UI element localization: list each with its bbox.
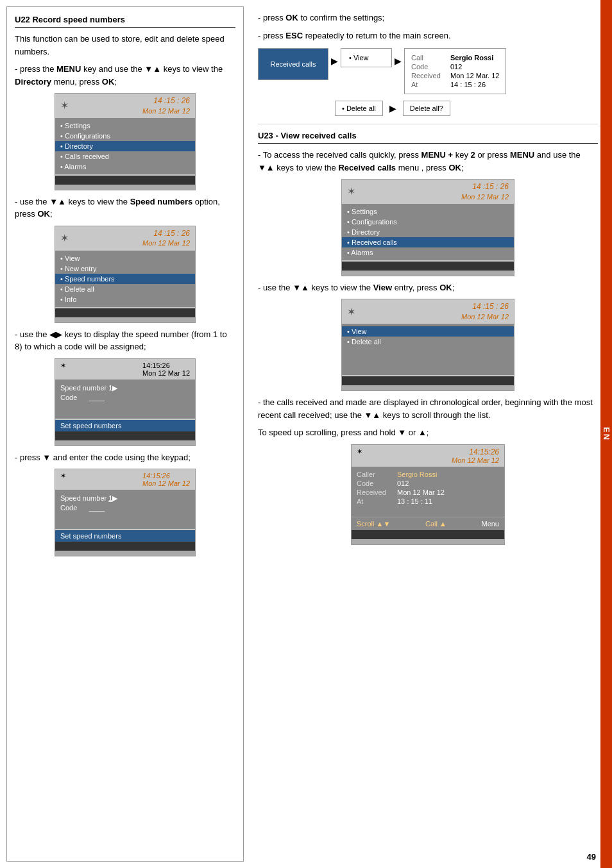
- accent-text: EN: [602, 427, 611, 441]
- u23-section-title: U23 - View received calls: [258, 131, 598, 144]
- left-intro: This function can be used to store, edit…: [15, 33, 235, 58]
- u23-menu-settings: • Settings: [342, 206, 514, 217]
- caller-code-row: Code 012: [357, 480, 499, 487]
- u23-step3: - the calls received and made are displa…: [258, 396, 598, 421]
- u23-screen2-menu: • View • Delete all: [342, 324, 514, 349]
- u23-menu-alarms: • Alarms: [342, 247, 514, 258]
- delete-all-label: • Delete all: [342, 104, 376, 112]
- phone-screen-1: ✶ 14 :15 : 26 Mon 12 Mar 12 • Settings •…: [55, 93, 196, 190]
- speed-screen1-bottom: [55, 431, 195, 440]
- ok-key1: OK: [102, 77, 115, 87]
- speed-screen1-body: Speed number 1▶ Code ____: [55, 380, 195, 406]
- delete-all-section: • Delete all ▶ Delete all?: [258, 101, 598, 116]
- detail-at-row: At 14 : 15 : 26: [411, 81, 499, 88]
- caller-at-label: At: [357, 497, 392, 505]
- right-step-esc: - press ESC repeatedly to return to the …: [258, 29, 598, 42]
- menu2-view: • View: [55, 253, 195, 263]
- speed-screen2-extra: [55, 551, 195, 556]
- screen2-time: 14 :15 : 26: [142, 229, 190, 239]
- left-step1: - press the MENU key and use the ▼▲ keys…: [15, 63, 235, 88]
- speed-screen-1: ✶ 14:15:26 Mon 12 Mar 12 Speed number 1▶…: [55, 358, 196, 446]
- arrow-delete: ▶: [389, 103, 396, 113]
- at-value: 14 : 15 : 26: [450, 81, 486, 88]
- phone-screen-2: ✶ 14 :15 : 26 Mon 12 Mar 12 • View • New…: [55, 226, 196, 323]
- at-label: At: [411, 81, 446, 88]
- right-column: - press OK to confirm the settings; - pr…: [250, 6, 606, 862]
- ok-key2: OK: [37, 209, 50, 219]
- left-step3: - use the ◀▶ keys to display the speed n…: [15, 328, 235, 353]
- delete-confirm: Delete all?: [410, 104, 443, 112]
- caller-screen-date: Mon 12 Mar 12: [452, 456, 499, 464]
- u23-screen1-header: ✶ 14 :15 : 26 Mon 12 Mar 12: [342, 179, 514, 204]
- screen1-date: Mon 12 Mar 12: [142, 106, 190, 115]
- code-label: Code: [411, 63, 446, 71]
- u23-menu2-delete-all: • Delete all: [342, 337, 514, 347]
- speed-number-label: Speed number 1▶: [60, 384, 117, 392]
- u23-step2: - use the ▼▲ keys to view the View entry…: [258, 281, 598, 294]
- speed-screen1-time-date: 14:15:26 Mon 12 Mar 12: [142, 362, 190, 377]
- caller-received-value: Mon 12 Mar 12: [397, 488, 445, 496]
- u23-screen2-header: ✶ 14 :15 : 26 Mon 12 Mar 12: [342, 299, 514, 324]
- screen1-header: ✶ 14 :15 : 26 Mon 12 Mar 12: [55, 94, 195, 118]
- received-label: Received: [411, 72, 446, 79]
- star-icon: ✶: [60, 99, 69, 112]
- speed-screen1-header: ✶ 14:15:26 Mon 12 Mar 12: [55, 359, 195, 380]
- speed-screen1-time: 14:15:26: [142, 362, 190, 369]
- speed-screen1-footer: Set speed numbers: [55, 420, 195, 431]
- delete-confirm-box: Delete all?: [403, 101, 450, 116]
- u23-menu2-view: • View: [342, 326, 514, 337]
- speed-screen2-bottom: [55, 542, 195, 551]
- u23-screen2-date: Mon 12 Mar 12: [461, 312, 509, 321]
- menu2-new-entry: • New entry: [55, 263, 195, 274]
- menu-directory: • Directory: [55, 141, 195, 151]
- caller-screen: ✶ 14:15:26 Mon 12 Mar 12 Caller Sergio R…: [351, 444, 505, 545]
- call-value: Sergio Rossi: [450, 54, 493, 62]
- delete-all-box: • Delete all: [335, 101, 383, 116]
- u23-phone-screen-2: ✶ 14 :15 : 26 Mon 12 Mar 12 • View • Del…: [341, 299, 514, 391]
- speed-number-row: Speed number 1▶: [60, 383, 190, 393]
- speed-screen1-extra: [55, 440, 195, 446]
- detail-call-row: Call Sergio Rossi: [411, 54, 499, 62]
- speed-screen1-date: Mon 12 Mar 12: [142, 369, 190, 377]
- speed-screen-2: ✶ 14:15:26 Mon 12 Mar 12 Speed number 1▶…: [55, 469, 196, 556]
- accent-bar: EN: [600, 0, 612, 868]
- call-label: Call: [411, 54, 446, 62]
- u23-step1: - To access the received calls quickly, …: [258, 149, 598, 174]
- screen1-menu: • Settings • Configurations • Directory …: [55, 118, 195, 174]
- code-label-2: Code ____: [60, 504, 105, 512]
- code-value: 012: [450, 63, 462, 71]
- directory-ref: Directory: [15, 77, 51, 87]
- star-icon-caller: ✶: [357, 447, 362, 464]
- screen1-extra-bar: [55, 185, 195, 190]
- speed-screen2-date: Mon 12 Mar 12: [142, 480, 190, 487]
- received-calls-label: Received calls: [271, 60, 316, 68]
- menu-calls-received: • Calls received: [55, 151, 195, 162]
- caller-screen-body: Caller Sergio Rossi Code 012 Received Mo…: [352, 467, 504, 510]
- u23-screen1-menu: • Settings • Configurations • Directory …: [342, 204, 514, 260]
- code-label: Code ____: [60, 394, 105, 401]
- received-calls-diagram: Received calls ▶ • View ▶ Call Sergio Ro…: [258, 48, 598, 94]
- right-step-ok: - press OK to confirm the settings;: [258, 12, 598, 24]
- caller-received-label: Received: [357, 488, 392, 496]
- received-calls-box: Received calls: [258, 48, 328, 80]
- code-row: Code ____: [60, 393, 190, 402]
- caller-screen-time: 14:15:26: [452, 447, 499, 456]
- screen2-date: Mon 12 Mar 12: [142, 238, 190, 247]
- menu2-speed-numbers: • Speed numbers: [55, 274, 195, 284]
- u23-screen1-time: 14 :15 : 26: [461, 182, 509, 192]
- detail-received-row: Received Mon 12 Mar. 12: [411, 72, 499, 79]
- caller-name-label: Caller: [357, 471, 392, 478]
- u23-step4: To speed up scrolling, press and hold ▼ …: [258, 426, 598, 439]
- menu-configurations: • Configurations: [55, 131, 195, 141]
- u23-phone-screen-1: ✶ 14 :15 : 26 Mon 12 Mar 12 • Settings •…: [341, 179, 514, 276]
- caller-name-value: Sergio Rossi: [397, 471, 437, 478]
- u23-menu-configurations: • Configurations: [342, 217, 514, 227]
- left-step4: - press ▼ and enter the code using the k…: [15, 451, 235, 464]
- menu-alarms: • Alarms: [55, 162, 195, 172]
- u23-screen2-time: 14 :15 : 26: [461, 302, 509, 312]
- speed-screen2-footer: Set speed numbers: [55, 530, 195, 542]
- menu-key: MENU: [56, 64, 81, 74]
- u23-screen2-time-date: 14 :15 : 26 Mon 12 Mar 12: [461, 302, 509, 321]
- star-icon-u23-1: ✶: [347, 185, 355, 197]
- star-icon-3: ✶: [60, 362, 66, 377]
